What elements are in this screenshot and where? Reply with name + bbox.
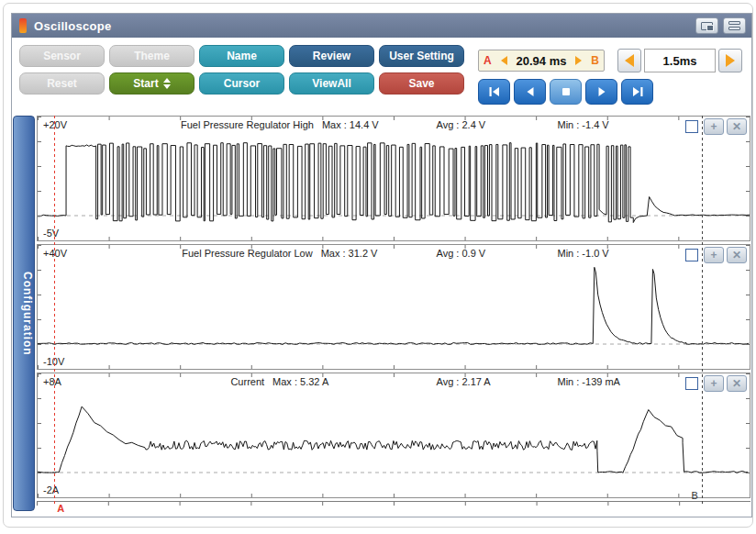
ab-time-readout: A 20.94 ms B [478,50,605,72]
channel-title: Current [230,376,264,387]
channel-avg: Avg : 0.9 V [437,248,486,259]
tile-windows-button[interactable] [723,17,746,34]
time-readout-row: A 20.94 ms B 1.5ms [478,49,742,72]
channel-title: Fuel Pressure Regulator Low [182,248,312,259]
channels-stack: +20V -5V Fuel Pressure Regulator HighMax… [37,116,750,521]
channel-min: Min : -1.0 V [557,248,608,259]
tick-marks [38,245,41,369]
channel-bottom-scale: -10V [43,356,64,367]
toolbar: Sensor Theme Name Review User Setting Re… [12,38,751,114]
channel-bottom-scale: -5V [43,228,59,239]
channel-zoom-button[interactable]: + [704,118,724,135]
cursor-b-label: B [692,490,698,501]
capture-window-button[interactable] [695,17,718,34]
configuration-tab[interactable]: Configuration [13,116,35,511]
cursor-a-tag: A [484,54,492,67]
channel-fuel-pressure-regulator-low: +40V -10V Fuel Pressure Regulator LowMax… [37,244,750,370]
save-button[interactable]: Save [379,72,464,95]
skip-to-end-icon [631,85,644,98]
stop-icon [560,85,573,98]
step-back-icon [524,85,537,98]
cursor-b-tag: B [591,54,599,67]
channel-current: +8A -2A CurrentMax : 5.32 A Avg : 2.17 A… [37,373,750,498]
channel-title: Fuel Pressure Regulator High [181,119,314,130]
start-button[interactable]: Start [109,72,195,95]
step-forward-icon [595,85,608,98]
channel-close-button[interactable]: ✕ [727,375,747,392]
viewall-button[interactable]: ViewAll [289,72,374,95]
channel-header: Fuel Pressure Regulator HighMax : 14.4 V… [38,117,750,133]
step-back-button[interactable] [514,79,546,105]
page-frame: Oscilloscope Sensor Theme Name Review Us… [3,3,753,528]
sensor-button[interactable]: Sensor [19,45,105,67]
tile-icon [728,21,740,30]
waveform-plot [38,245,750,369]
toolbar-button-grid: Sensor Theme Name Review User Setting Re… [19,45,464,105]
ab-delta-time: 20.94 ms [517,54,567,68]
channel-close-button[interactable]: ✕ [727,247,747,263]
channel-fuel-pressure-regulator-high: +20V -5V Fuel Pressure Regulator HighMax… [37,116,750,241]
timebase-increase-button[interactable] [718,49,742,72]
user-setting-button[interactable]: User Setting [379,45,464,67]
tick-marks [746,373,750,497]
theme-button[interactable]: Theme [109,45,195,67]
window-title: Oscilloscope [34,19,691,33]
tick-marks [38,117,41,240]
start-updown-arrows-icon [163,78,171,89]
channel-max: Max : 5.32 A [272,376,328,387]
channel-select-checkbox[interactable] [685,249,698,261]
stop-button[interactable] [550,79,582,105]
waveform-plot [38,117,750,240]
bottom-time-axis: A B [37,501,750,516]
channel-bottom-scale: -2A [43,484,59,495]
reset-button[interactable]: Reset [19,72,105,95]
channel-min: Min : -139 mA [557,376,619,387]
tick-marks [38,237,750,240]
step-forward-button[interactable] [585,79,617,105]
skip-to-start-button[interactable] [478,79,510,105]
oscilloscope-window: Oscilloscope Sensor Theme Name Review Us… [11,13,752,517]
channel-zoom-button[interactable]: + [704,375,724,392]
tick-marks [38,373,41,497]
channel-min: Min : -1.4 V [557,119,608,130]
channel-avg: Avg : 2.4 V [437,119,486,130]
channel-header: Fuel Pressure Regulator LowMax : 31.2 V … [38,245,750,261]
name-button[interactable]: Name [199,45,284,67]
app-icon [19,18,27,33]
left-arrow-icon [625,54,634,67]
cursor-a-label: A [57,503,64,514]
titlebar: Oscilloscope [12,14,751,38]
move-cursor-b-right-icon[interactable] [575,56,582,65]
channel-header: CurrentMax : 5.32 A Avg : 2.17 A Min : -… [38,373,750,390]
channel-zoom-button[interactable]: + [704,247,724,263]
skip-to-start-icon [488,85,501,98]
tick-marks [746,245,750,369]
playback-controls [478,79,653,105]
tick-marks [37,502,750,506]
tick-marks [38,494,750,497]
channel-avg: Avg : 2.17 A [437,376,491,387]
channel-select-checkbox[interactable] [685,377,698,390]
move-cursor-a-left-icon[interactable] [501,56,507,65]
time-controls: A 20.94 ms B 1.5ms [478,49,742,105]
channel-close-button[interactable]: ✕ [727,118,747,135]
waveform-plot [38,373,750,497]
tick-marks [746,117,750,240]
review-button[interactable]: Review [289,45,374,67]
cursor-button[interactable]: Cursor [199,72,284,95]
channel-max: Max : 14.4 V [322,119,379,130]
main-area: Configuration +20V -5V Fuel Pressure Reg… [12,114,751,521]
right-arrow-icon [726,54,735,67]
timebase-value: 1.5ms [644,49,716,72]
timebase-decrease-button[interactable] [617,49,641,72]
capture-icon [701,22,713,30]
tick-marks [38,365,750,369]
channel-select-checkbox[interactable] [685,120,698,133]
start-button-label: Start [133,77,158,90]
channel-max: Max : 31.2 V [321,248,378,259]
skip-to-end-button[interactable] [621,79,653,105]
